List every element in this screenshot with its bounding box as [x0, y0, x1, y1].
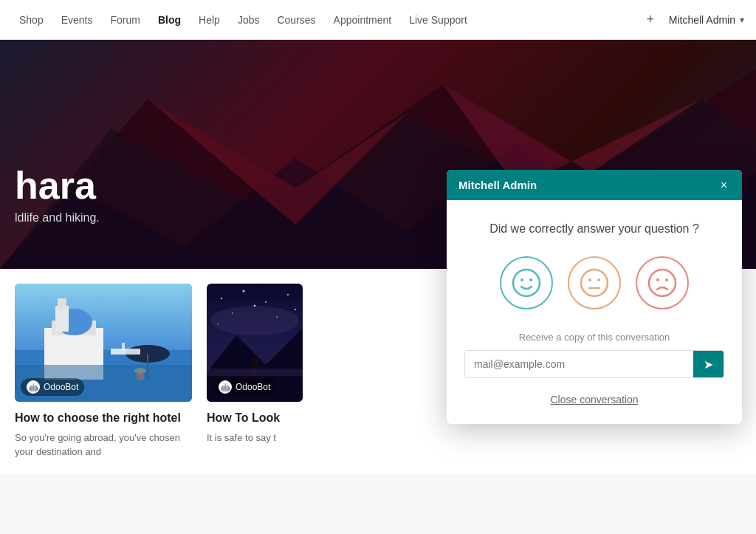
modal-close-button[interactable]: ×: [718, 179, 730, 191]
feedback-modal: Mitchell Admin × Did we correctly answer…: [447, 170, 742, 424]
svg-point-36: [520, 278, 523, 281]
sad-face-button[interactable]: [636, 256, 689, 309]
modal-backdrop: Mitchell Admin × Did we correctly answer…: [0, 0, 756, 534]
email-send-button[interactable]: ➤: [693, 351, 724, 377]
modal-body: Did we correctly answer your question ?: [447, 200, 742, 424]
neutral-face-button[interactable]: [568, 256, 621, 309]
modal-header: Mitchell Admin ×: [447, 170, 742, 200]
close-conversation-button[interactable]: Close conversation: [550, 394, 638, 405]
email-input[interactable]: [465, 351, 693, 377]
email-row: ➤: [464, 350, 724, 378]
svg-point-44: [665, 278, 668, 281]
svg-point-42: [649, 270, 676, 296]
emoji-feedback-row: [464, 256, 724, 309]
svg-point-39: [588, 278, 591, 281]
svg-point-37: [529, 278, 532, 281]
svg-point-40: [597, 278, 600, 281]
send-icon: ➤: [704, 357, 713, 372]
svg-point-38: [581, 270, 608, 296]
modal-question-text: Did we correctly answer your question ?: [464, 222, 724, 236]
svg-point-43: [656, 278, 659, 281]
svg-point-35: [513, 270, 540, 296]
copy-conversation-label: Receive a copy of this conversation: [464, 332, 724, 343]
modal-title: Mitchell Admin: [458, 179, 537, 191]
happy-face-button[interactable]: [500, 256, 553, 309]
